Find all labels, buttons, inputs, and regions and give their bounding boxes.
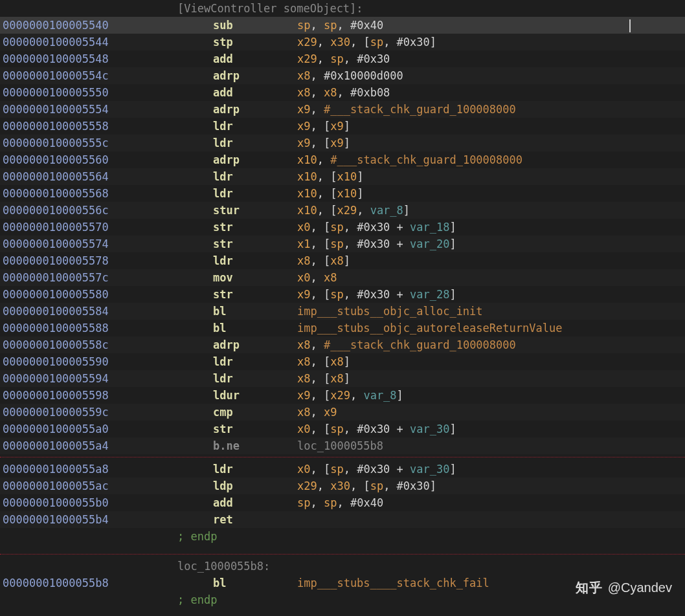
asm-line[interactable]: 0000000100005570strx0, [sp, #0x30 + var_… [0,219,685,236]
asm-line[interactable]: 00000001000055b4ret [0,511,685,528]
op-reg: sp [297,496,310,509]
op-reg: x1 [297,237,310,250]
asm-line[interactable]: 000000010000554cadrpx8, #0x10000d000 [0,67,685,84]
mnemonic: str [213,219,297,236]
op-p: , [ [310,372,330,385]
asm-line[interactable]: 0000000100005578ldrx8, [x8] [0,252,685,269]
disassembly-editor[interactable]: [ViewController someObject]: 00000001000… [0,0,685,608]
op-reg: x0 [297,463,310,476]
op-reg: x10 [337,187,357,200]
mnemonic: add [213,50,297,67]
asm-line[interactable]: 000000010000555cldrx9, [x9] [0,135,685,151]
op-p: ] [357,170,363,183]
op-imm: #0x30 [357,237,390,250]
asm-line[interactable]: 0000000100005548addx29, sp, #0x30 [0,50,685,67]
op-reg: x10 [297,187,317,200]
op-sym: imp___stubs__objc_autoreleaseReturnValue [297,322,562,335]
asm-line[interactable]: 00000001000055acldpx29, x30, [sp, #0x30] [0,478,685,494]
watermark-user: @Cyandev [608,578,672,598]
asm-line[interactable]: 0000000100005554adrpx9, #___stack_chk_gu… [0,101,685,118]
asm-line[interactable]: 00000001000055b0addsp, sp, #0x40 [0,494,685,511]
mnemonic: ldr [213,185,297,202]
op-var: var_30 [410,423,449,435]
asm-line[interactable]: 0000000100005550addx8, x8, #0xb08 [0,84,685,101]
op-p: , [344,237,357,250]
asm-line[interactable]: 00000001000055a4b.neloc_1000055b8 [0,437,685,454]
op-reg: x9 [330,120,343,133]
asm-line[interactable]: 000000010000556csturx10, [x29, var_8] [0,202,685,219]
address: 0000000100005588 [3,320,129,336]
address: 0000000100005580 [3,286,129,303]
asm-line[interactable]: 0000000100005558ldrx9, [x9] [0,118,685,135]
asm-line[interactable]: 0000000100005588blimp___stubs__objc_auto… [0,320,685,336]
op-reg: x0 [297,271,310,284]
mnemonic: adrp [213,101,297,118]
op-imm: #0x30 [397,479,430,492]
operands: x8, [x8] [297,353,682,370]
op-imm: #0x30 [357,221,390,234]
operands: loc_1000055b8 [297,437,682,454]
op-p: ] [430,479,436,492]
op-imm: #0x10000d000 [324,69,403,82]
address: 0000000100005590 [3,353,129,370]
op-reg: x9 [297,120,310,133]
asm-line[interactable]: 000000010000558cadrpx8, #___stack_chk_gu… [0,336,685,353]
loc-label-line: loc_1000055b8: [0,558,685,575]
watermark: 知乎 @Cyandev [576,578,672,598]
asm-line[interactable]: 0000000100005544stpx29, x30, [sp, #0x30] [0,34,685,50]
asm-line[interactable]: 0000000100005568ldrx10, [x10] [0,185,685,202]
asm-line[interactable]: 0000000100005574strx1, [sp, #0x30 + var_… [0,236,685,252]
op-imm: #0x30 [357,463,390,476]
op-p: , [310,103,323,116]
op-p: , [310,406,323,419]
asm-line[interactable]: 0000000100005540subsp, sp, #0x40 [0,17,685,34]
asm-line[interactable]: 00000001000055a8ldrx0, [sp, #0x30 + var_… [0,461,685,478]
operands: x8, x9 [297,404,682,421]
op-p: , [ [310,254,330,267]
watermark-brand: 知乎 [576,578,603,598]
operands: imp___stubs__objc_alloc_init [297,303,682,320]
asm-line[interactable]: 0000000100005590ldrx8, [x8] [0,353,685,370]
operands: x1, [sp, #0x30 + var_20] [297,236,682,252]
asm-line[interactable]: 0000000100005584blimp___stubs__objc_allo… [0,303,685,320]
op-var: var_30 [410,463,449,476]
address: 00000001000055b4 [3,511,129,528]
mnemonic: ldur [213,387,297,404]
op-reg: x8 [324,271,337,284]
address: 0000000100005578 [3,252,129,269]
op-sym: imp___stubs____stack_chk_fail [297,577,489,589]
asm-line[interactable]: 0000000100005594ldrx8, [x8] [0,370,685,387]
op-p: , [337,19,350,32]
op-reg: x8 [324,86,337,99]
operands: x9, [x9] [297,118,682,135]
asm-line[interactable]: 000000010000557cmovx0, x8 [0,269,685,286]
address: 0000000100005560 [3,151,129,168]
mnemonic: mov [213,269,297,286]
mnemonic: stp [213,34,297,50]
mnemonic: bl [213,320,297,336]
op-p: , [337,496,350,509]
address: 0000000100005554 [3,101,129,118]
op-p: , [ [350,479,370,492]
asm-line[interactable]: 0000000100005564ldrx10, [x10] [0,168,685,185]
asm-line[interactable]: 00000001000055a0strx0, [sp, #0x30 + var_… [0,421,685,437]
mnemonic: ldr [213,461,297,478]
address: 0000000100005594 [3,370,129,387]
mnemonic: str [213,421,297,437]
asm-line[interactable]: 0000000100005580strx9, [sp, #0x30 + var_… [0,286,685,303]
asm-line[interactable]: 0000000100005560adrpx10, #___stack_chk_g… [0,151,685,168]
address: 0000000100005558 [3,118,129,135]
asm-line[interactable]: 0000000100005598ldurx9, [x29, var_8] [0,387,685,404]
mnemonic: add [213,84,297,101]
op-reg: x29 [297,36,317,49]
operands: x0, x8 [297,269,682,286]
operands: x9, [x9] [297,135,682,151]
asm-line[interactable]: 000000010000559ccmpx8, x9 [0,404,685,421]
operands: x9, [x29, var_8] [297,387,682,404]
op-p: , [310,86,323,99]
method-header: [ViewController someObject]: [0,0,685,17]
separator-1 [0,457,685,458]
operands: x0, [sp, #0x30 + var_30] [297,421,682,437]
op-p: ] [344,120,350,133]
op-p: ] [450,237,456,250]
